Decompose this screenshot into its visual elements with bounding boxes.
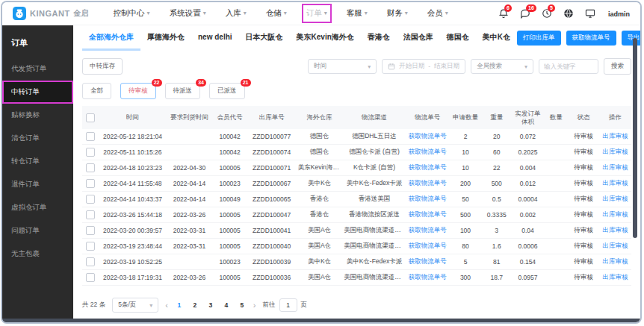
nav-menu-5[interactable]: 订单▾ <box>306 8 327 19</box>
get-tracking-link[interactable]: 获取物流单号 <box>409 163 447 171</box>
brand-logo[interactable]: KINGANT 金启 <box>13 7 89 20</box>
page-number-3[interactable]: 3 <box>206 301 215 309</box>
outbound-review-link[interactable]: 出库审核 <box>603 273 628 280</box>
get-tracking-link[interactable]: 获取物流单号 <box>409 226 447 233</box>
warehouse-tab-4[interactable]: 日本大阪仓 <box>239 25 290 51</box>
warehouse-tab-5[interactable]: 美东Kevin海外仓 <box>290 25 361 51</box>
sidebar-item-1[interactable]: 代发货订单 <box>2 57 73 81</box>
time-field-select[interactable]: 时间 ▾ <box>308 59 377 74</box>
nav-menu-4[interactable]: 仓储▾ <box>266 8 287 19</box>
get-tracking-link[interactable]: 获取物流单号 <box>409 195 447 202</box>
nav-menu-label: 控制中心 <box>114 8 145 19</box>
page-number-4[interactable]: 4 <box>222 301 231 309</box>
monitor-icon[interactable] <box>585 8 595 19</box>
row-checkbox[interactable] <box>86 132 95 141</box>
status-filter-3[interactable]: 待派送34 <box>165 83 201 99</box>
bell-icon[interactable]: 6 <box>498 8 509 19</box>
warehouse-tab-8[interactable]: 德国仓 <box>440 25 476 51</box>
get-tracking-link[interactable]: 获取物流单号 <box>409 210 447 218</box>
search-scope-select[interactable]: 全局搜索 ▾ <box>471 59 533 74</box>
page-number-1[interactable]: 1 <box>175 301 184 309</box>
outbound-review-link[interactable]: 出库审核 <box>603 179 628 186</box>
per-page-select[interactable]: 5条/页 ▾ <box>112 298 158 313</box>
row-checkbox[interactable] <box>86 257 95 266</box>
prev-page-arrow[interactable]: ‹ <box>165 301 168 310</box>
cell-outbound_no: ZZDD100065 <box>247 192 296 207</box>
sidebar-item-3[interactable]: 贴标换标 <box>2 104 73 127</box>
get-tracking-link[interactable]: 获取物流单号 <box>409 148 447 155</box>
goto-page-input[interactable] <box>279 298 297 312</box>
action-button-2[interactable]: 获取物流单号 <box>566 31 616 46</box>
warehouse-tab-3[interactable]: new delhi <box>191 25 239 51</box>
username[interactable]: iadmin <box>608 10 630 19</box>
outbound-review-link[interactable]: 出库审核 <box>603 226 628 233</box>
action-button-3[interactable]: 导出数据 <box>622 31 642 46</box>
status-filter-row: 全部待审核22待派送34已派送21 <box>82 83 631 99</box>
row-checkbox[interactable] <box>86 163 95 172</box>
row-checkbox[interactable] <box>86 226 95 235</box>
warehouse-tab-9[interactable]: 美中K仓 <box>476 25 517 51</box>
nav-menu-8[interactable]: 会员▾ <box>427 8 448 19</box>
status-filter-2[interactable]: 待审核22 <box>120 83 156 99</box>
vertical-scrollbar[interactable] <box>633 38 637 238</box>
get-tracking-link[interactable]: 获取物流单号 <box>409 273 447 280</box>
outbound-review-link[interactable]: 出库审核 <box>603 148 628 155</box>
cell-action: 出库审核 <box>599 129 631 145</box>
gauge-icon[interactable]: 5 <box>542 8 552 19</box>
get-tracking-link[interactable]: 获取物流单号 <box>409 132 447 140</box>
warehouse-tab-2[interactable]: 厚德海外仓 <box>140 25 191 51</box>
outbound-review-link[interactable]: 出库审核 <box>603 257 628 265</box>
row-checkbox[interactable] <box>86 179 95 188</box>
get-tracking-link[interactable]: 获取物流单号 <box>409 257 447 265</box>
nav-menu-6[interactable]: 客服▾ <box>347 8 368 19</box>
search-button[interactable]: 搜索 <box>604 58 631 75</box>
get-tracking-link[interactable]: 获取物流单号 <box>409 179 447 186</box>
status-filter-4[interactable]: 已派送21 <box>209 83 245 99</box>
chevron-down-icon: ▾ <box>445 10 448 16</box>
row-checkbox[interactable] <box>86 148 95 157</box>
row-checkbox[interactable] <box>86 273 95 282</box>
row-checkbox[interactable] <box>86 242 95 251</box>
cell-time: 2022-03-18 17:19:31 <box>99 270 166 286</box>
sidebar: 订单 代发货订单中转订单贴标换标清仓订单转仓订单退件订单虚拟仓订单问题订单无主包… <box>2 25 73 322</box>
transfer-stock-button[interactable]: 中转库存 <box>82 58 123 75</box>
globe-icon[interactable] <box>563 8 574 19</box>
cell-apply_qty: 10 <box>449 160 482 176</box>
cell-quantity <box>545 270 568 286</box>
cell-channel: 香港物流按区派送 <box>342 207 406 223</box>
sidebar-item-9[interactable]: 无主包裹 <box>2 242 73 266</box>
row-checkbox[interactable] <box>86 195 95 204</box>
chevron-down-icon: ▾ <box>405 10 408 16</box>
page-number-5[interactable]: 5 <box>238 301 247 309</box>
sidebar-item-6[interactable]: 退件订单 <box>2 173 73 196</box>
cell-status: 待审核 <box>568 223 599 239</box>
action-button-1[interactable]: 打印出库单 <box>517 31 561 46</box>
sidebar-item-7[interactable]: 虚拟仓订单 <box>2 196 73 219</box>
page-number-2[interactable]: 2 <box>191 301 199 309</box>
nav-menu-1[interactable]: 控制中心▾ <box>114 8 150 19</box>
warehouse-tab-7[interactable]: 法国仓库 <box>397 25 440 51</box>
outbound-review-link[interactable]: 出库审核 <box>603 195 628 202</box>
warehouse-tab-1[interactable]: 全部海外仓库 <box>82 25 140 51</box>
sidebar-item-4[interactable]: 清仓订单 <box>2 127 73 150</box>
outbound-review-link[interactable]: 出库审核 <box>603 210 628 218</box>
nav-menu-2[interactable]: 系统设置▾ <box>170 8 206 19</box>
keyword-input[interactable] <box>539 59 598 74</box>
get-tracking-link[interactable]: 获取物流单号 <box>409 242 447 249</box>
message-icon[interactable]: 16 <box>520 8 530 19</box>
sidebar-item-8[interactable]: 问题订单 <box>2 219 73 242</box>
outbound-review-link[interactable]: 出库审核 <box>603 132 628 140</box>
warehouse-tab-6[interactable]: 香港仓 <box>361 25 397 51</box>
sidebar-item-5[interactable]: 转仓订单 <box>2 150 73 173</box>
select-all-checkbox[interactable] <box>86 113 95 122</box>
nav-menu-7[interactable]: 财务▾ <box>387 8 408 19</box>
nav-menu-3[interactable]: 入库▾ <box>226 8 247 19</box>
next-page-arrow[interactable]: › <box>253 301 256 310</box>
date-range-picker[interactable]: 开始日期 - 结束日期 <box>382 59 465 74</box>
outbound-review-link[interactable]: 出库审核 <box>603 242 628 249</box>
status-filter-1[interactable]: 全部 <box>82 83 111 99</box>
outbound-review-link[interactable]: 出库审核 <box>603 163 628 171</box>
cell-cb <box>82 223 99 239</box>
sidebar-item-2[interactable]: 中转订单 <box>2 81 73 104</box>
row-checkbox[interactable] <box>86 210 95 219</box>
